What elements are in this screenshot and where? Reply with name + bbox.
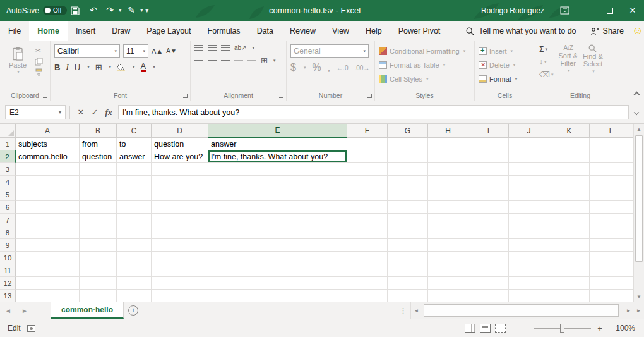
macro-record-button[interactable]	[27, 325, 35, 332]
cell-B11[interactable]	[80, 264, 117, 277]
increase-indent-button[interactable]	[247, 58, 256, 64]
cell-H3[interactable]	[428, 163, 468, 176]
cell-E4[interactable]	[208, 176, 347, 188]
cell-L13[interactable]	[590, 290, 633, 302]
cell-E5[interactable]	[208, 188, 347, 201]
grow-font-button[interactable]: A▲	[152, 47, 163, 55]
normal-view-button[interactable]	[465, 324, 475, 333]
cell-I3[interactable]	[468, 163, 509, 176]
undo-button[interactable]: ↶	[87, 0, 100, 21]
cell-J8[interactable]	[509, 226, 549, 239]
comma-style-button[interactable]: ,	[328, 62, 330, 73]
format-cells-button[interactable]: Format ▾	[479, 72, 532, 86]
tab-page-layout[interactable]: Page Layout	[138, 21, 199, 41]
share-button[interactable]: Share	[583, 21, 631, 41]
cell-G9[interactable]	[388, 239, 428, 252]
cell-F7[interactable]	[347, 214, 388, 226]
cell-L10[interactable]	[590, 252, 633, 264]
col-header-D[interactable]: D	[152, 124, 208, 138]
tell-me-box[interactable]: Tell me what you want to do	[460, 21, 582, 41]
accounting-format-button[interactable]: $	[290, 62, 296, 73]
cell-C6[interactable]	[117, 201, 152, 214]
borders-button[interactable]: ⊞	[95, 63, 102, 72]
col-header-F[interactable]: F	[347, 124, 388, 138]
cell-I4[interactable]	[468, 176, 509, 188]
align-middle-button[interactable]	[208, 45, 217, 51]
cell-J13[interactable]	[509, 290, 549, 302]
row-header-3[interactable]: 3	[0, 163, 16, 176]
cell-D10[interactable]	[152, 252, 208, 264]
pen-dropdown[interactable]: ▾	[140, 8, 143, 13]
cell-D12[interactable]	[152, 277, 208, 290]
tab-data[interactable]: Data	[249, 21, 282, 41]
sort-filter-button[interactable]: A↓Z Sort & Filter ▾	[558, 44, 578, 75]
col-header-E[interactable]: E	[208, 124, 347, 138]
cell-D11[interactable]	[152, 264, 208, 277]
cell-K5[interactable]	[549, 188, 590, 201]
cell-K1[interactable]	[549, 138, 590, 150]
align-center-button[interactable]	[208, 58, 217, 64]
number-format-combo[interactable]: General ▾	[290, 44, 369, 58]
cell-E6[interactable]	[208, 201, 347, 214]
cell-E12[interactable]	[208, 277, 347, 290]
cell-F8[interactable]	[347, 226, 388, 239]
cell-A3[interactable]	[16, 163, 80, 176]
cell-E8[interactable]	[208, 226, 347, 239]
tab-formulas[interactable]: Formulas	[200, 21, 249, 41]
cell-B8[interactable]	[80, 226, 117, 239]
underline-dropdown[interactable]: ▾	[87, 64, 90, 70]
cell-H13[interactable]	[428, 290, 468, 302]
cell-L7[interactable]	[590, 214, 633, 226]
cell-I6[interactable]	[468, 201, 509, 214]
decrease-indent-button[interactable]	[234, 58, 243, 64]
cell-B6[interactable]	[80, 201, 117, 214]
cell-K13[interactable]	[549, 290, 590, 302]
cell-I2[interactable]	[468, 150, 509, 163]
cell-J3[interactable]	[509, 163, 549, 176]
merge-center-button[interactable]: ⊞	[261, 56, 268, 65]
cell-G12[interactable]	[388, 277, 428, 290]
col-header-C[interactable]: C	[117, 124, 152, 138]
cell-H6[interactable]	[428, 201, 468, 214]
cell-E13[interactable]	[208, 290, 347, 302]
col-header-B[interactable]: B	[80, 124, 117, 138]
cell-B7[interactable]	[80, 214, 117, 226]
cell-G6[interactable]	[388, 201, 428, 214]
align-top-button[interactable]	[194, 45, 203, 51]
cell-B5[interactable]	[80, 188, 117, 201]
tab-view[interactable]: View	[324, 21, 357, 41]
zoom-slider-track[interactable]	[534, 328, 591, 329]
cell-A11[interactable]	[16, 264, 80, 277]
scroll-up-arrow[interactable]: ▲	[634, 124, 644, 135]
cell-J9[interactable]	[509, 239, 549, 252]
row-header-8[interactable]: 8	[0, 226, 16, 239]
merge-center-dropdown[interactable]: ▾	[273, 58, 276, 63]
cell-E2[interactable]: I'm fine, thanks. What about you?	[208, 150, 347, 163]
row-header-1[interactable]: 1	[0, 138, 16, 150]
cell-J11[interactable]	[509, 264, 549, 277]
cell-H8[interactable]	[428, 226, 468, 239]
cell-B10[interactable]	[80, 252, 117, 264]
tab-power-pivot[interactable]: Power Pivot	[390, 21, 449, 41]
cell-A9[interactable]	[16, 239, 80, 252]
select-all-corner[interactable]	[0, 124, 16, 138]
cell-E10[interactable]	[208, 252, 347, 264]
save-button[interactable]	[71, 6, 83, 15]
cell-F4[interactable]	[347, 176, 388, 188]
cell-K7[interactable]	[549, 214, 590, 226]
font-color-button[interactable]: A	[141, 63, 146, 72]
cell-L8[interactable]	[590, 226, 633, 239]
cell-G10[interactable]	[388, 252, 428, 264]
cell-D2[interactable]: How are you?	[152, 150, 208, 163]
scroll-down-arrow[interactable]: ▼	[634, 291, 644, 302]
cell-styles-button[interactable]: Cell Styles ▾	[379, 72, 472, 86]
cell-G13[interactable]	[388, 290, 428, 302]
col-header-K[interactable]: K	[549, 124, 590, 138]
decrease-decimal-button[interactable]: .00→	[354, 64, 369, 71]
alignment-dialog-launcher[interactable]	[279, 94, 283, 98]
row-header-10[interactable]: 10	[0, 252, 16, 264]
cell-J7[interactable]	[509, 214, 549, 226]
cell-E11[interactable]	[208, 264, 347, 277]
cell-L9[interactable]	[590, 239, 633, 252]
cell-F5[interactable]	[347, 188, 388, 201]
